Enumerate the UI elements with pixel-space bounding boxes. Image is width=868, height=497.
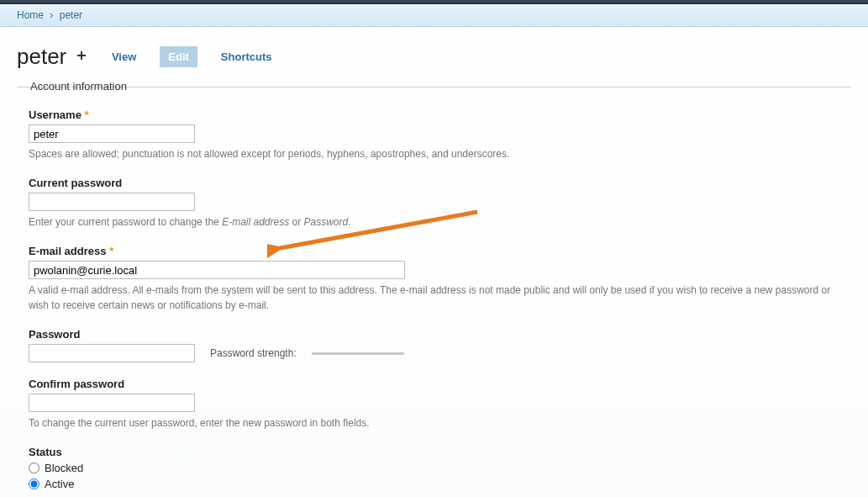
confirm-password-help: To change the current user password, ent… bbox=[29, 415, 839, 431]
form-item-username: Username * Spaces are allowed; punctuati… bbox=[29, 108, 839, 161]
form-item-confirm-password: Confirm password To change the current u… bbox=[29, 378, 839, 431]
status-option-active: Active bbox=[29, 478, 839, 490]
breadcrumb: Home › peter bbox=[0, 4, 868, 27]
title-row: peter View Edit Shortcuts bbox=[17, 44, 851, 70]
current-password-help-pre: Enter your current password to change th… bbox=[29, 216, 222, 228]
fieldset-legend: Account information bbox=[20, 80, 132, 93]
current-password-help: Enter your current password to change th… bbox=[29, 214, 839, 230]
status-option-blocked: Blocked bbox=[29, 462, 839, 474]
password-strength-label: Password strength: bbox=[210, 347, 297, 359]
email-label: E-mail address * bbox=[29, 245, 839, 257]
form-item-email: E-mail address * A valid e-mail address.… bbox=[29, 245, 839, 313]
form-item-password: Password Password strength: bbox=[29, 328, 839, 362]
page-body: peter View Edit Shortcuts Account inform… bbox=[0, 27, 868, 497]
tab-view[interactable]: View bbox=[103, 46, 145, 67]
confirm-password-input[interactable] bbox=[29, 394, 195, 412]
email-input[interactable] bbox=[29, 261, 405, 279]
username-label: Username * bbox=[29, 108, 839, 121]
account-info-fieldset: Account information Username * Spaces ar… bbox=[17, 87, 851, 490]
current-password-help-mid: or bbox=[289, 216, 303, 228]
status-radio-blocked-label[interactable]: Blocked bbox=[45, 462, 83, 474]
password-input[interactable] bbox=[29, 344, 195, 362]
tab-shortcuts[interactable]: Shortcuts bbox=[213, 46, 281, 67]
form-section: Username * Spaces are allowed; punctuati… bbox=[17, 100, 851, 490]
required-marker: * bbox=[85, 108, 89, 121]
breadcrumb-current[interactable]: peter bbox=[60, 9, 82, 21]
current-password-input[interactable] bbox=[29, 193, 195, 211]
password-label: Password bbox=[29, 328, 839, 341]
status-radio-blocked[interactable] bbox=[29, 463, 39, 473]
breadcrumb-home[interactable]: Home bbox=[17, 9, 44, 21]
breadcrumb-separator: › bbox=[46, 9, 56, 21]
form-item-status: Status Blocked Active bbox=[29, 446, 839, 490]
password-strength-bar bbox=[312, 352, 404, 355]
current-password-help-em1: E-mail address bbox=[222, 216, 289, 228]
form-item-current-password: Current password Enter your current pass… bbox=[29, 177, 839, 230]
tab-edit[interactable]: Edit bbox=[160, 46, 197, 67]
required-marker: * bbox=[109, 245, 113, 257]
status-radio-active[interactable] bbox=[29, 478, 39, 489]
status-radio-active-label[interactable]: Active bbox=[45, 478, 74, 490]
current-password-label: Current password bbox=[29, 177, 839, 189]
plus-icon[interactable] bbox=[76, 50, 87, 61]
current-password-help-em2: Password bbox=[304, 216, 349, 228]
title-wrap: peter bbox=[17, 44, 87, 70]
username-label-text: Username bbox=[29, 108, 82, 121]
email-help: A valid e-mail address. All e-mails from… bbox=[29, 283, 839, 313]
current-password-help-post: . bbox=[348, 216, 350, 228]
password-row: Password strength: bbox=[29, 344, 839, 362]
username-input[interactable] bbox=[29, 124, 195, 143]
page-title: peter bbox=[17, 44, 66, 69]
confirm-password-label: Confirm password bbox=[29, 378, 839, 390]
email-label-text: E-mail address bbox=[29, 245, 107, 257]
tabs: View Edit Shortcuts bbox=[103, 46, 281, 67]
username-help: Spaces are allowed; punctuation is not a… bbox=[29, 146, 839, 161]
status-label: Status bbox=[29, 446, 839, 458]
